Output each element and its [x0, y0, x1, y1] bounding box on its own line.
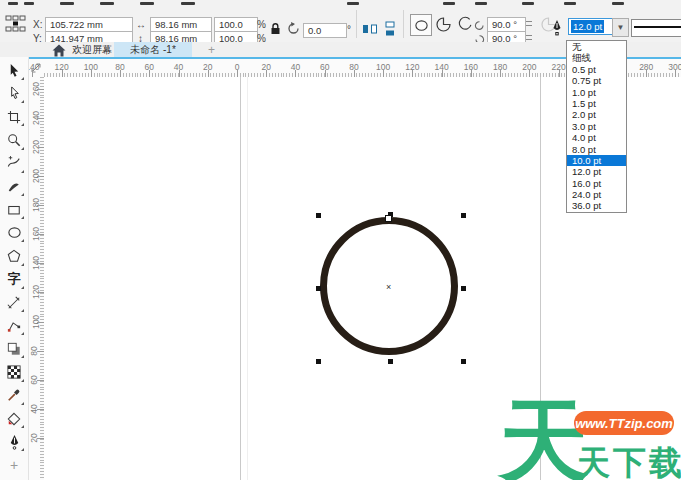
pick-tool[interactable]	[3, 60, 25, 81]
pattern-fill-tool[interactable]	[3, 362, 25, 383]
outline-width-combo[interactable]: 12.0 pt	[568, 18, 614, 35]
outline-width-option[interactable]: 1.0 pt	[567, 87, 626, 98]
zoom-tool[interactable]	[3, 130, 25, 151]
ruler-h-major-tick	[471, 70, 472, 77]
ruler-v-major-tick	[37, 351, 44, 352]
pie-mode-button[interactable]	[433, 14, 453, 34]
outline-width-option[interactable]: 2.0 pt	[567, 109, 626, 120]
selection-handle[interactable]	[461, 213, 466, 218]
document-tab-1[interactable]: 欢迎屏幕	[70, 42, 114, 57]
smart-fill-tool[interactable]	[3, 408, 25, 429]
outline-pen-icon	[551, 19, 563, 40]
mirror-horizontal-button[interactable]	[362, 21, 378, 41]
text-tool-glyph: 字	[8, 270, 21, 288]
object-width-field[interactable]: 98.16 mm	[150, 17, 212, 32]
ruler-v-major-tick	[37, 438, 44, 439]
artistic-media-tool[interactable]	[3, 176, 25, 197]
toolbar-remnant-mark	[564, 2, 576, 5]
outline-width-option[interactable]: 10.0 pt	[567, 155, 626, 166]
scale-h-field[interactable]: 100.0	[214, 17, 258, 32]
new-document-tab-button[interactable]: +	[208, 43, 215, 57]
outline-width-option[interactable]: 16.0 pt	[567, 178, 626, 189]
flyout-indicator	[21, 448, 24, 451]
ellipse-node[interactable]	[385, 215, 392, 222]
flyout-indicator	[21, 309, 24, 312]
mirror-vertical-button[interactable]	[382, 21, 398, 41]
crop-tool[interactable]	[3, 106, 25, 127]
flyout-indicator	[21, 332, 24, 335]
add-tool-button[interactable]: +	[3, 454, 25, 475]
outline-width-option[interactable]: 36.0 pt	[567, 200, 626, 211]
rotation-angle-field[interactable]: 0.0	[303, 23, 347, 38]
flyout-indicator	[21, 77, 24, 80]
line-style-selector[interactable]	[631, 19, 681, 37]
polygon-tool[interactable]	[3, 246, 25, 267]
page-left-edge	[240, 77, 241, 480]
selection-handle[interactable]	[316, 286, 321, 291]
solid-line-preview	[634, 26, 681, 28]
x-position-field[interactable]: 105.722 mm	[45, 17, 133, 32]
rectangle-tool[interactable]	[3, 199, 25, 220]
toolbar-remnant-mark	[140, 2, 154, 5]
ellipse-mode-button[interactable]	[410, 14, 432, 36]
eyedropper-tool[interactable]	[3, 385, 25, 406]
ruler-h-major-tick	[149, 70, 150, 77]
outline-width-option[interactable]: 24.0 pt	[567, 189, 626, 200]
vertical-ruler[interactable]: 26024022020018016014012010080604020	[28, 77, 44, 480]
flyout-indicator	[21, 100, 24, 103]
outline-width-option[interactable]: 8.0 pt	[567, 144, 626, 155]
ruler-h-major-tick	[383, 70, 384, 77]
freehand-tool[interactable]	[3, 153, 25, 174]
dimension-tool[interactable]	[3, 292, 25, 313]
outline-width-dropdown-list: 无细线0.5 pt0.75 pt1.0 pt1.5 pt2.0 pt3.0 pt…	[566, 40, 627, 213]
pie-start-angle-field[interactable]: 90.0 °	[487, 17, 526, 32]
selection-handle[interactable]	[388, 359, 393, 364]
flyout-indicator	[21, 425, 24, 428]
ruler-v-major-tick	[37, 409, 44, 410]
outline-width-option[interactable]: 1.5 pt	[567, 98, 626, 109]
connector-tool[interactable]	[3, 315, 25, 336]
document-tab-2[interactable]: 未命名 -1*	[114, 42, 192, 57]
flyout-indicator	[21, 147, 24, 150]
selection-handle[interactable]	[316, 213, 321, 218]
pie-start-angle-spinner[interactable]	[524, 17, 534, 30]
flyout-indicator	[21, 193, 24, 196]
ruler-h-major-tick	[120, 70, 121, 77]
ruler-h-major-tick	[354, 70, 355, 77]
ruler-h-major-tick	[412, 70, 413, 77]
selection-handle[interactable]	[461, 359, 466, 364]
flyout-indicator	[21, 379, 24, 382]
shadow-tool[interactable]	[3, 338, 25, 359]
ruler-h-major-tick	[675, 70, 676, 77]
add-tool-button-glyph: +	[10, 457, 18, 473]
outline-width-option[interactable]: 4.0 pt	[567, 132, 626, 143]
outline-width-dropdown-arrow[interactable]: ▼	[612, 18, 629, 37]
outline-width-option[interactable]: 12.0 pt	[567, 166, 626, 177]
watermark-url-badge: www.TTzip.com	[574, 411, 674, 435]
arc-mode-button[interactable]	[455, 14, 475, 34]
x-position-label: X:	[33, 19, 42, 30]
shape-tool[interactable]	[3, 83, 25, 104]
outline-width-option[interactable]: 0.75 pt	[567, 75, 626, 86]
ruler-h-major-tick	[646, 70, 647, 77]
outline-width-option[interactable]: 0.5 pt	[567, 64, 626, 75]
ruler-h-major-tick	[32, 70, 33, 77]
ruler-h-major-tick	[62, 70, 63, 77]
text-tool[interactable]: 字	[3, 269, 25, 290]
outline-width-option[interactable]: 3.0 pt	[567, 121, 626, 132]
scale-h-percent-label: %	[257, 19, 266, 30]
outline-width-option[interactable]: 无	[567, 41, 626, 52]
ellipse-tool[interactable]	[3, 222, 25, 243]
selection-handle[interactable]	[461, 286, 466, 291]
outline-width-value: 12.0 pt	[571, 20, 604, 33]
flyout-indicator	[21, 123, 24, 126]
lock-ratio-icon[interactable]	[269, 22, 282, 40]
outline-width-option[interactable]: 细线	[567, 52, 626, 63]
ruler-h-major-tick	[325, 70, 326, 77]
rotation-degree-label: °	[347, 24, 351, 35]
outline-pen-tool[interactable]	[3, 431, 25, 452]
ruler-v-major-tick	[37, 147, 44, 148]
toolbar-remnant-mark	[522, 2, 534, 5]
ruler-h-major-tick	[500, 70, 501, 77]
selection-handle[interactable]	[316, 359, 321, 364]
